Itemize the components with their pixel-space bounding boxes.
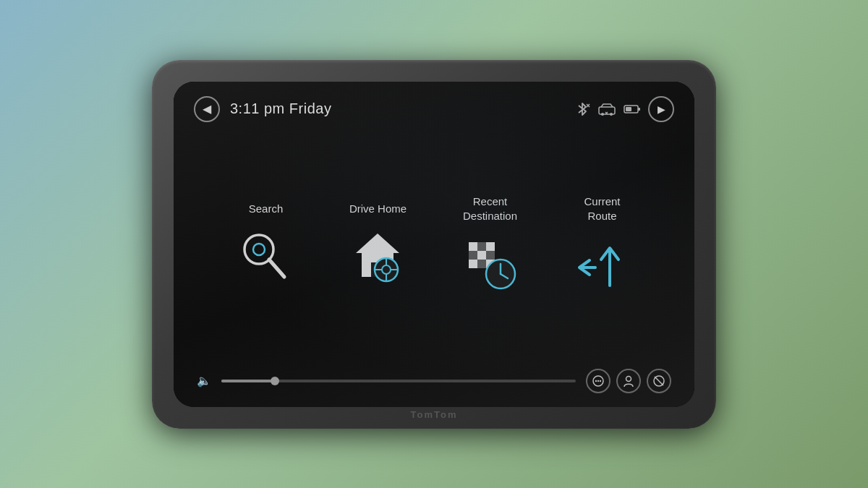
menu-item-drive-home[interactable]: Drive Home: [322, 202, 434, 290]
navigate-button[interactable]: ▶: [648, 96, 674, 122]
svg-line-41: [655, 377, 663, 385]
car-icon: [597, 103, 616, 116]
svg-point-39: [626, 376, 631, 381]
current-route-label: CurrentRoute: [584, 194, 620, 223]
time-display: 3:11 pm Friday: [230, 100, 331, 117]
person-button[interactable]: [616, 369, 641, 393]
volume-handle[interactable]: [271, 377, 279, 385]
chat-button[interactable]: [586, 369, 610, 393]
top-left-group: ◀ 3:11 pm Friday: [194, 96, 331, 122]
navigate-icon: ▶: [658, 103, 665, 115]
svg-rect-27: [469, 260, 477, 268]
svg-rect-22: [477, 242, 486, 251]
volume-track[interactable]: [221, 380, 576, 382]
top-right-group: ▶: [574, 96, 674, 122]
mute-button[interactable]: [647, 369, 671, 393]
svg-point-4: [610, 113, 613, 116]
svg-rect-25: [477, 251, 486, 260]
svg-rect-23: [486, 242, 495, 251]
device-body: ◀ 3:11 pm Friday: [152, 60, 716, 429]
svg-point-11: [253, 244, 265, 255]
svg-point-3: [601, 113, 604, 116]
svg-rect-9: [638, 108, 640, 111]
screen-content: ◀ 3:11 pm Friday: [174, 82, 694, 407]
battery-icon: [624, 104, 641, 114]
volume-fill: [221, 380, 275, 382]
recent-destination-icon: [461, 231, 519, 296]
back-button[interactable]: ◀: [194, 96, 220, 122]
menu-item-current-route[interactable]: CurrentRoute: [546, 194, 658, 296]
current-route-icon: [574, 231, 631, 296]
svg-rect-28: [477, 260, 486, 268]
svg-point-37: [597, 380, 599, 381]
search-icon: [237, 224, 295, 289]
main-menu: Search Drive Home: [191, 127, 677, 365]
bottom-right-icons: [586, 369, 671, 393]
menu-item-search[interactable]: Search: [210, 202, 322, 290]
drive-home-icon: [347, 224, 409, 289]
svg-line-12: [269, 260, 284, 277]
search-label: Search: [249, 202, 284, 216]
svg-rect-8: [626, 107, 631, 111]
recent-destination-label: RecentDestination: [463, 194, 517, 223]
back-icon: ◀: [203, 102, 211, 116]
top-bar: ◀ 3:11 pm Friday: [191, 92, 677, 127]
svg-rect-26: [486, 251, 495, 260]
svg-rect-21: [469, 242, 477, 251]
volume-icon: 🔈: [197, 374, 211, 388]
svg-point-36: [595, 380, 597, 381]
menu-item-recent-destination[interactable]: RecentDestination: [434, 194, 546, 296]
bottom-bar: 🔈: [191, 365, 677, 397]
svg-rect-24: [469, 251, 477, 260]
bluetooth-icon: [574, 102, 590, 116]
drive-home-label: Drive Home: [349, 202, 407, 216]
device-screen: ◀ 3:11 pm Friday: [174, 82, 694, 407]
brand-label: TomTom: [411, 409, 458, 420]
svg-point-38: [600, 380, 601, 381]
